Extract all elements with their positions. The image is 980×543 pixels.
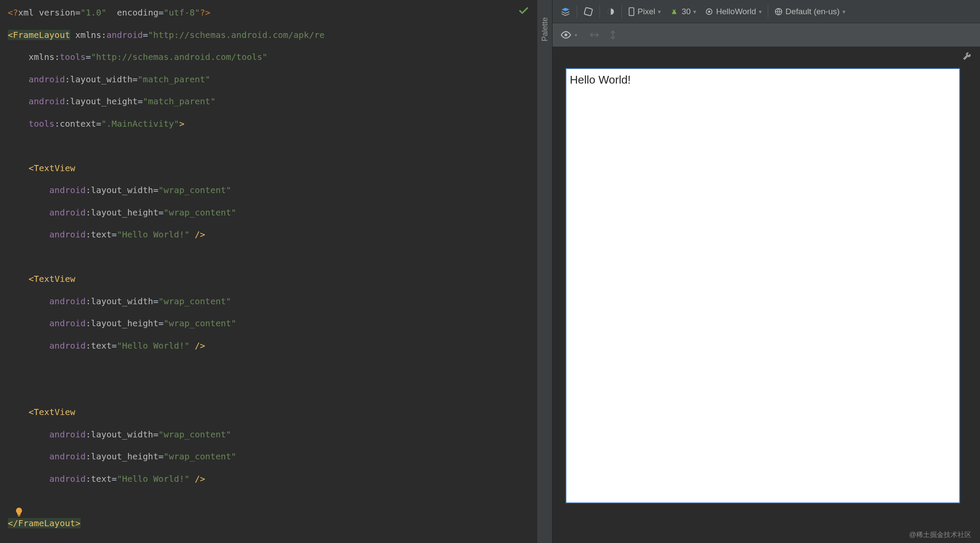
wrench-icon[interactable] — [963, 52, 971, 60]
night-mode-icon[interactable] — [603, 5, 618, 18]
device-label: Pixel — [638, 7, 655, 16]
svg-rect-0 — [18, 515, 20, 516]
view-options-icon[interactable]: ▾ — [558, 28, 580, 41]
chevron-down-icon: ▾ — [759, 8, 762, 15]
theme-label: HelloWorld — [716, 7, 756, 16]
chevron-down-icon: ▾ — [842, 8, 845, 15]
preview-pane: Pixel ▾ 30 ▾ HelloWorld ▾ Default (en-us… — [553, 0, 980, 543]
device-selector[interactable]: Pixel ▾ — [625, 5, 663, 18]
separator — [577, 5, 577, 18]
svg-point-7 — [708, 10, 710, 12]
code-content[interactable]: <?xml version="1.0" encoding="utf-8"?><F… — [0, 0, 537, 536]
watermark: @稀土掘金技术社区 — [909, 531, 971, 540]
api-selector[interactable]: 30 ▾ — [667, 5, 699, 18]
surface-icon[interactable] — [558, 5, 573, 19]
locale-selector[interactable]: Default (en-us) ▾ — [772, 5, 848, 18]
palette-tab[interactable]: Palette — [537, 0, 553, 543]
device-preview[interactable]: Hello World! — [565, 68, 960, 503]
pan-horizontal-icon[interactable] — [589, 31, 600, 39]
separator — [768, 5, 768, 18]
api-label: 30 — [682, 7, 691, 16]
chevron-down-icon: ▾ — [693, 8, 696, 15]
pan-vertical-icon[interactable] — [609, 29, 617, 41]
chevron-down-icon: ▾ — [574, 31, 578, 38]
check-icon[interactable] — [518, 5, 529, 16]
svg-rect-1 — [584, 7, 593, 16]
orientation-icon[interactable] — [581, 5, 596, 19]
chevron-down-icon: ▾ — [658, 8, 661, 15]
theme-selector[interactable]: HelloWorld ▾ — [702, 5, 764, 18]
preview-text: Hello World! — [570, 73, 631, 86]
svg-point-5 — [675, 9, 676, 10]
svg-point-9 — [565, 34, 568, 37]
svg-point-4 — [672, 9, 673, 10]
code-editor[interactable]: <?xml version="1.0" encoding="utf-8"?><F… — [0, 0, 537, 543]
locale-label: Default (en-us) — [785, 7, 840, 16]
preview-toolbar: Pixel ▾ 30 ▾ HelloWorld ▾ Default (en-us… — [553, 0, 980, 23]
separator — [622, 5, 622, 18]
preview-toolbar-secondary: ▾ — [553, 23, 980, 47]
separator — [600, 5, 600, 18]
preview-area: Hello World! @稀土掘金技术社区 — [553, 47, 980, 543]
svg-rect-3 — [629, 7, 634, 15]
lightbulb-icon[interactable] — [14, 507, 24, 517]
palette-label: Palette — [540, 17, 550, 41]
